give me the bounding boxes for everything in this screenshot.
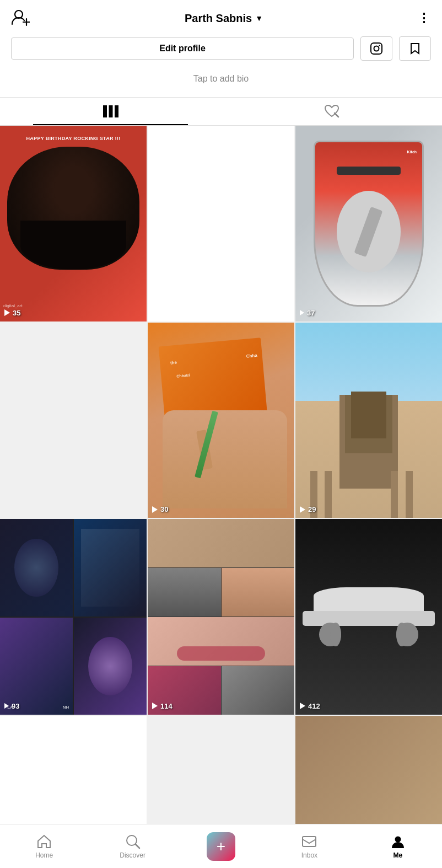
header: Parth Sabnis ▼ ⋮: [0, 0, 442, 36]
discover-icon: [125, 834, 141, 849]
nav-me[interactable]: Me: [354, 834, 442, 859]
video-cell-3[interactable]: Kitch 37: [295, 126, 442, 322]
svg-rect-12: [303, 837, 316, 846]
video-grid: HAPPY BIRTHDAY ROCKING STAR !!! 35 digit…: [0, 126, 442, 868]
profile-actions: Edit profile: [0, 36, 442, 69]
nav-home-label: Home: [35, 851, 53, 859]
video-cell-2[interactable]: [148, 126, 294, 322]
nav-inbox-label: Inbox: [301, 851, 317, 859]
instagram-link-button[interactable]: [360, 36, 392, 61]
liked-icon: [324, 104, 340, 119]
tab-videos[interactable]: [0, 98, 221, 125]
svg-rect-7: [109, 105, 112, 117]
svg-line-11: [136, 844, 139, 848]
play-count-1: 35: [4, 309, 20, 317]
nav-discover-label: Discover: [120, 851, 145, 859]
nav-home[interactable]: Home: [0, 834, 88, 859]
bottom-nav: Home Discover + Inbox Me: [0, 824, 442, 868]
play-count-6: 93: [4, 702, 19, 710]
tab-liked[interactable]: [221, 98, 442, 125]
play-count-7: 114: [152, 702, 173, 710]
username-title[interactable]: Parth Sabnis ▼: [185, 12, 263, 25]
nav-inbox[interactable]: Inbox: [265, 834, 353, 859]
play-count-3: 37: [300, 309, 315, 317]
video-cell-5[interactable]: 29: [295, 323, 442, 518]
play-count-8: 412: [300, 702, 320, 710]
video-cell-1[interactable]: HAPPY BIRTHDAY ROCKING STAR !!! 35 digit…: [0, 126, 147, 322]
video-cell-7[interactable]: 114: [148, 519, 294, 715]
more-options-button[interactable]: ⋮: [418, 11, 431, 25]
add-user-button[interactable]: [11, 8, 30, 29]
play-count-5: 29: [300, 505, 316, 513]
svg-point-13: [395, 836, 401, 842]
svg-rect-6: [103, 105, 107, 117]
svg-rect-8: [115, 105, 118, 117]
plus-icon: +: [217, 839, 225, 854]
nav-me-label: Me: [393, 851, 402, 859]
me-icon: [390, 834, 406, 849]
nav-create[interactable]: +: [177, 832, 265, 861]
svg-point-4: [374, 46, 379, 51]
nav-discover[interactable]: Discover: [88, 834, 176, 859]
play-count-4: 30: [152, 505, 168, 513]
svg-line-9: [335, 113, 338, 117]
home-icon: [36, 834, 52, 849]
grid-icon: [103, 105, 118, 117]
create-button[interactable]: +: [207, 832, 235, 861]
video-cell-4[interactable]: the Chhatri Chha 30: [148, 323, 294, 518]
inbox-icon: [301, 834, 317, 849]
video-cell-8[interactable]: 412: [295, 519, 442, 715]
content-tabs: [0, 98, 442, 126]
video-cell-6[interactable]: LA NH 93: [0, 519, 147, 715]
svg-rect-3: [371, 43, 382, 54]
svg-point-5: [379, 45, 380, 46]
bookmark-button[interactable]: [399, 36, 431, 61]
bio-placeholder[interactable]: Tap to add bio: [0, 69, 442, 97]
edit-profile-button[interactable]: Edit profile: [11, 37, 354, 60]
